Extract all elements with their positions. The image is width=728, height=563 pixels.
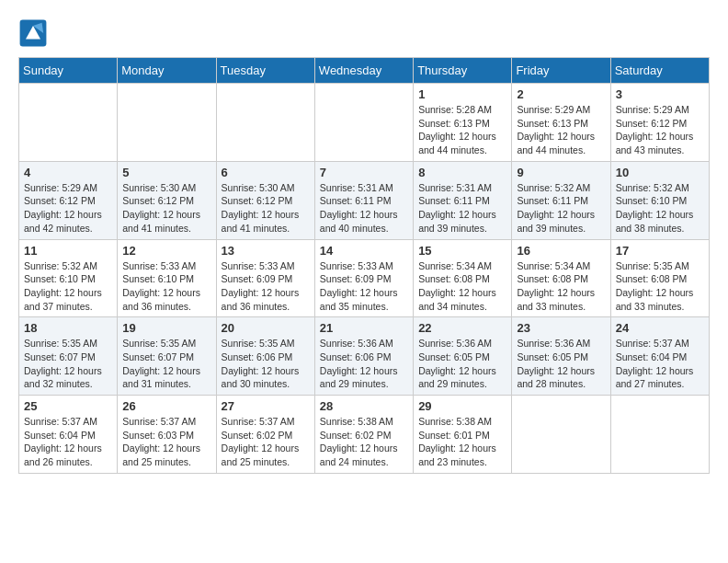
col-header-thursday: Thursday	[414, 58, 512, 84]
day-cell: 18Sunrise: 5:35 AM Sunset: 6:07 PM Dayli…	[19, 317, 118, 396]
day-number: 9	[517, 166, 605, 179]
logo-icon	[18, 18, 48, 48]
day-info: Sunrise: 5:29 AM Sunset: 6:12 PM Dayligh…	[616, 103, 704, 157]
day-cell: 21Sunrise: 5:36 AM Sunset: 6:06 PM Dayli…	[314, 317, 413, 396]
day-cell: 16Sunrise: 5:34 AM Sunset: 6:08 PM Dayli…	[512, 239, 610, 317]
day-info: Sunrise: 5:37 AM Sunset: 6:03 PM Dayligh…	[122, 415, 210, 469]
day-cell	[118, 84, 216, 162]
day-info: Sunrise: 5:38 AM Sunset: 6:01 PM Dayligh…	[418, 415, 506, 469]
day-number: 16	[517, 244, 605, 258]
day-cell: 26Sunrise: 5:37 AM Sunset: 6:03 PM Dayli…	[118, 396, 216, 474]
day-cell: 17Sunrise: 5:35 AM Sunset: 6:08 PM Dayli…	[610, 239, 709, 317]
day-info: Sunrise: 5:37 AM Sunset: 6:04 PM Dayligh…	[616, 337, 704, 391]
week-row-0: 1Sunrise: 5:28 AM Sunset: 6:13 PM Daylig…	[19, 84, 710, 162]
day-info: Sunrise: 5:37 AM Sunset: 6:02 PM Dayligh…	[222, 415, 310, 469]
day-cell: 22Sunrise: 5:36 AM Sunset: 6:05 PM Dayli…	[414, 317, 512, 396]
header-row: SundayMondayTuesdayWednesdayThursdayFrid…	[19, 58, 710, 84]
day-cell: 6Sunrise: 5:30 AM Sunset: 6:12 PM Daylig…	[216, 161, 314, 239]
day-cell: 5Sunrise: 5:30 AM Sunset: 6:12 PM Daylig…	[118, 161, 216, 239]
day-number: 18	[24, 321, 112, 335]
day-cell: 20Sunrise: 5:35 AM Sunset: 6:06 PM Dayli…	[216, 317, 314, 396]
week-row-4: 25Sunrise: 5:37 AM Sunset: 6:04 PM Dayli…	[19, 396, 710, 474]
day-info: Sunrise: 5:33 AM Sunset: 6:09 PM Dayligh…	[320, 259, 408, 314]
day-number: 22	[418, 321, 506, 335]
day-info: Sunrise: 5:30 AM Sunset: 6:12 PM Dayligh…	[122, 181, 210, 236]
day-cell: 11Sunrise: 5:32 AM Sunset: 6:10 PM Dayli…	[19, 239, 118, 317]
day-info: Sunrise: 5:30 AM Sunset: 6:12 PM Dayligh…	[222, 181, 310, 236]
day-cell: 23Sunrise: 5:36 AM Sunset: 6:05 PM Dayli…	[512, 317, 610, 396]
day-info: Sunrise: 5:37 AM Sunset: 6:04 PM Dayligh…	[24, 415, 112, 469]
col-header-monday: Monday	[118, 58, 216, 84]
day-cell	[314, 84, 413, 162]
day-info: Sunrise: 5:28 AM Sunset: 6:13 PM Dayligh…	[418, 103, 506, 157]
day-cell: 12Sunrise: 5:33 AM Sunset: 6:10 PM Dayli…	[118, 239, 216, 317]
day-number: 28	[320, 399, 408, 413]
logo	[18, 18, 51, 48]
day-cell: 3Sunrise: 5:29 AM Sunset: 6:12 PM Daylig…	[610, 84, 709, 162]
day-cell: 15Sunrise: 5:34 AM Sunset: 6:08 PM Dayli…	[414, 239, 512, 317]
day-cell: 9Sunrise: 5:32 AM Sunset: 6:11 PM Daylig…	[512, 161, 610, 239]
day-number: 15	[418, 244, 506, 258]
day-info: Sunrise: 5:35 AM Sunset: 6:07 PM Dayligh…	[122, 337, 210, 391]
day-cell: 29Sunrise: 5:38 AM Sunset: 6:01 PM Dayli…	[414, 396, 512, 474]
day-cell: 19Sunrise: 5:35 AM Sunset: 6:07 PM Dayli…	[118, 317, 216, 396]
day-number: 27	[222, 399, 310, 413]
day-info: Sunrise: 5:34 AM Sunset: 6:08 PM Dayligh…	[517, 259, 605, 314]
day-cell	[19, 84, 118, 162]
day-info: Sunrise: 5:36 AM Sunset: 6:06 PM Dayligh…	[320, 337, 408, 391]
day-info: Sunrise: 5:34 AM Sunset: 6:08 PM Dayligh…	[418, 259, 506, 314]
page: SundayMondayTuesdayWednesdayThursdayFrid…	[0, 0, 728, 483]
day-cell	[610, 396, 709, 474]
day-info: Sunrise: 5:31 AM Sunset: 6:11 PM Dayligh…	[418, 181, 506, 236]
col-header-friday: Friday	[512, 58, 610, 84]
col-header-sunday: Sunday	[19, 58, 118, 84]
day-info: Sunrise: 5:32 AM Sunset: 6:10 PM Dayligh…	[24, 259, 112, 314]
day-cell: 13Sunrise: 5:33 AM Sunset: 6:09 PM Dayli…	[216, 239, 314, 317]
day-info: Sunrise: 5:36 AM Sunset: 6:05 PM Dayligh…	[517, 337, 605, 391]
day-number: 6	[222, 166, 310, 179]
day-number: 3	[616, 87, 704, 101]
day-info: Sunrise: 5:33 AM Sunset: 6:09 PM Dayligh…	[222, 259, 310, 314]
week-row-3: 18Sunrise: 5:35 AM Sunset: 6:07 PM Dayli…	[19, 317, 710, 396]
day-cell: 25Sunrise: 5:37 AM Sunset: 6:04 PM Dayli…	[19, 396, 118, 474]
calendar-body: 1Sunrise: 5:28 AM Sunset: 6:13 PM Daylig…	[19, 84, 710, 474]
day-info: Sunrise: 5:35 AM Sunset: 6:06 PM Dayligh…	[222, 337, 310, 391]
day-cell: 27Sunrise: 5:37 AM Sunset: 6:02 PM Dayli…	[216, 396, 314, 474]
day-info: Sunrise: 5:38 AM Sunset: 6:02 PM Dayligh…	[320, 415, 408, 469]
day-info: Sunrise: 5:32 AM Sunset: 6:11 PM Dayligh…	[517, 181, 605, 236]
day-number: 14	[320, 244, 408, 258]
day-info: Sunrise: 5:36 AM Sunset: 6:05 PM Dayligh…	[418, 337, 506, 391]
day-cell	[216, 84, 314, 162]
day-info: Sunrise: 5:29 AM Sunset: 6:13 PM Dayligh…	[517, 103, 605, 157]
day-number: 10	[616, 166, 704, 179]
week-row-2: 11Sunrise: 5:32 AM Sunset: 6:10 PM Dayli…	[19, 239, 710, 317]
day-cell: 7Sunrise: 5:31 AM Sunset: 6:11 PM Daylig…	[314, 161, 413, 239]
day-number: 13	[222, 244, 310, 258]
day-info: Sunrise: 5:33 AM Sunset: 6:10 PM Dayligh…	[122, 259, 210, 314]
col-header-wednesday: Wednesday	[314, 58, 413, 84]
day-info: Sunrise: 5:35 AM Sunset: 6:08 PM Dayligh…	[616, 259, 704, 314]
day-number: 26	[122, 399, 210, 413]
day-number: 8	[418, 166, 506, 179]
day-cell: 8Sunrise: 5:31 AM Sunset: 6:11 PM Daylig…	[414, 161, 512, 239]
day-cell: 14Sunrise: 5:33 AM Sunset: 6:09 PM Dayli…	[314, 239, 413, 317]
day-cell: 10Sunrise: 5:32 AM Sunset: 6:10 PM Dayli…	[610, 161, 709, 239]
day-number: 23	[517, 321, 605, 335]
day-info: Sunrise: 5:29 AM Sunset: 6:12 PM Dayligh…	[24, 181, 112, 236]
day-number: 24	[616, 321, 704, 335]
col-header-tuesday: Tuesday	[216, 58, 314, 84]
day-number: 1	[418, 87, 506, 101]
day-cell: 24Sunrise: 5:37 AM Sunset: 6:04 PM Dayli…	[610, 317, 709, 396]
day-cell: 2Sunrise: 5:29 AM Sunset: 6:13 PM Daylig…	[512, 84, 610, 162]
day-number: 4	[24, 166, 112, 179]
calendar-header: SundayMondayTuesdayWednesdayThursdayFrid…	[19, 58, 710, 84]
day-cell: 28Sunrise: 5:38 AM Sunset: 6:02 PM Dayli…	[314, 396, 413, 474]
week-row-1: 4Sunrise: 5:29 AM Sunset: 6:12 PM Daylig…	[19, 161, 710, 239]
day-number: 29	[418, 399, 506, 413]
day-cell: 4Sunrise: 5:29 AM Sunset: 6:12 PM Daylig…	[19, 161, 118, 239]
day-cell	[512, 396, 610, 474]
day-number: 17	[616, 244, 704, 258]
day-cell: 1Sunrise: 5:28 AM Sunset: 6:13 PM Daylig…	[414, 84, 512, 162]
day-info: Sunrise: 5:35 AM Sunset: 6:07 PM Dayligh…	[24, 337, 112, 391]
day-info: Sunrise: 5:32 AM Sunset: 6:10 PM Dayligh…	[616, 181, 704, 236]
